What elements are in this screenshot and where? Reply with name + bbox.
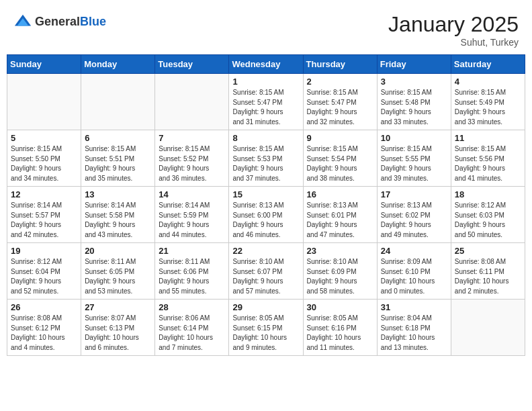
day-number: 17 xyxy=(381,189,447,199)
calendar-cell: 6Sunrise: 8:15 AM Sunset: 5:51 PM Daylig… xyxy=(81,130,155,187)
day-info: Sunrise: 8:13 AM Sunset: 6:02 PM Dayligh… xyxy=(381,201,447,240)
calendar-cell: 25Sunrise: 8:08 AM Sunset: 6:11 PM Dayli… xyxy=(451,243,525,300)
calendar-cell: 28Sunrise: 8:06 AM Sunset: 6:14 PM Dayli… xyxy=(155,300,229,356)
day-info: Sunrise: 8:10 AM Sunset: 6:09 PM Dayligh… xyxy=(307,257,373,296)
weekday-header: Tuesday xyxy=(155,55,229,74)
page-header: GeneralBlue January 2025 Suhut, Turkey xyxy=(7,7,525,50)
day-info: Sunrise: 8:11 AM Sunset: 6:06 PM Dayligh… xyxy=(159,257,225,296)
calendar-cell: 9Sunrise: 8:15 AM Sunset: 5:54 PM Daylig… xyxy=(303,130,377,187)
calendar-cell: 15Sunrise: 8:13 AM Sunset: 6:00 PM Dayli… xyxy=(229,187,303,243)
calendar-cell: 5Sunrise: 8:15 AM Sunset: 5:50 PM Daylig… xyxy=(7,130,81,187)
day-info: Sunrise: 8:12 AM Sunset: 6:03 PM Dayligh… xyxy=(455,201,521,240)
calendar-cell: 11Sunrise: 8:15 AM Sunset: 5:56 PM Dayli… xyxy=(451,130,525,187)
day-number: 16 xyxy=(307,189,373,199)
day-info: Sunrise: 8:06 AM Sunset: 6:14 PM Dayligh… xyxy=(159,314,225,353)
day-number: 2 xyxy=(307,77,373,87)
day-info: Sunrise: 8:15 AM Sunset: 5:54 PM Dayligh… xyxy=(307,144,373,183)
calendar-week-row: 12Sunrise: 8:14 AM Sunset: 5:57 PM Dayli… xyxy=(7,187,525,243)
day-number: 6 xyxy=(85,133,151,143)
weekday-header: Friday xyxy=(377,55,451,74)
weekday-header: Sunday xyxy=(7,55,81,74)
weekday-header: Saturday xyxy=(451,55,525,74)
day-number: 24 xyxy=(381,246,447,256)
day-number: 23 xyxy=(307,246,373,256)
day-info: Sunrise: 8:10 AM Sunset: 6:07 PM Dayligh… xyxy=(232,257,299,296)
day-info: Sunrise: 8:15 AM Sunset: 5:55 PM Dayligh… xyxy=(381,144,447,183)
calendar-cell: 8Sunrise: 8:15 AM Sunset: 5:53 PM Daylig… xyxy=(229,130,303,187)
day-info: Sunrise: 8:13 AM Sunset: 6:00 PM Dayligh… xyxy=(232,201,299,240)
calendar-cell: 26Sunrise: 8:08 AM Sunset: 6:12 PM Dayli… xyxy=(7,300,81,356)
calendar-cell: 4Sunrise: 8:15 AM Sunset: 5:49 PM Daylig… xyxy=(451,74,525,130)
calendar-week-row: 19Sunrise: 8:12 AM Sunset: 6:04 PM Dayli… xyxy=(7,243,525,300)
calendar-cell: 18Sunrise: 8:12 AM Sunset: 6:03 PM Dayli… xyxy=(451,187,525,243)
day-number: 20 xyxy=(85,246,151,256)
calendar-cell: 3Sunrise: 8:15 AM Sunset: 5:48 PM Daylig… xyxy=(377,74,451,130)
day-info: Sunrise: 8:12 AM Sunset: 6:04 PM Dayligh… xyxy=(11,257,77,296)
logo: GeneralBlue xyxy=(13,12,106,31)
calendar-table: SundayMondayTuesdayWednesdayThursdayFrid… xyxy=(7,54,525,356)
day-info: Sunrise: 8:15 AM Sunset: 5:52 PM Dayligh… xyxy=(159,144,225,183)
day-number: 5 xyxy=(11,133,77,143)
calendar-cell xyxy=(451,300,525,356)
day-number: 14 xyxy=(159,189,225,199)
day-number: 4 xyxy=(455,77,521,87)
calendar-cell: 30Sunrise: 8:05 AM Sunset: 6:16 PM Dayli… xyxy=(303,300,377,356)
day-number: 29 xyxy=(232,302,299,312)
logo-icon xyxy=(13,12,32,31)
calendar-cell: 24Sunrise: 8:09 AM Sunset: 6:10 PM Dayli… xyxy=(377,243,451,300)
day-number: 21 xyxy=(159,246,225,256)
day-number: 12 xyxy=(11,189,77,199)
day-number: 22 xyxy=(232,246,299,256)
calendar-cell: 20Sunrise: 8:11 AM Sunset: 6:05 PM Dayli… xyxy=(81,243,155,300)
day-info: Sunrise: 8:14 AM Sunset: 5:57 PM Dayligh… xyxy=(11,201,77,240)
logo-text: GeneralBlue xyxy=(35,15,106,29)
day-number: 26 xyxy=(11,302,77,312)
calendar-cell: 17Sunrise: 8:13 AM Sunset: 6:02 PM Dayli… xyxy=(377,187,451,243)
calendar-cell: 10Sunrise: 8:15 AM Sunset: 5:55 PM Dayli… xyxy=(377,130,451,187)
calendar-cell xyxy=(7,74,81,130)
day-number: 1 xyxy=(232,77,299,87)
day-number: 13 xyxy=(85,189,151,199)
calendar-cell: 23Sunrise: 8:10 AM Sunset: 6:09 PM Dayli… xyxy=(303,243,377,300)
calendar-cell: 14Sunrise: 8:14 AM Sunset: 5:59 PM Dayli… xyxy=(155,187,229,243)
calendar-cell xyxy=(81,74,155,130)
day-number: 3 xyxy=(381,77,447,87)
location: Suhut, Turkey xyxy=(388,37,519,48)
day-number: 11 xyxy=(455,133,521,143)
day-info: Sunrise: 8:15 AM Sunset: 5:47 PM Dayligh… xyxy=(232,88,299,127)
day-info: Sunrise: 8:04 AM Sunset: 6:18 PM Dayligh… xyxy=(381,314,447,353)
day-info: Sunrise: 8:08 AM Sunset: 6:12 PM Dayligh… xyxy=(11,314,77,353)
day-info: Sunrise: 8:14 AM Sunset: 5:59 PM Dayligh… xyxy=(159,201,225,240)
day-number: 25 xyxy=(455,246,521,256)
weekday-header: Wednesday xyxy=(229,55,303,74)
day-info: Sunrise: 8:15 AM Sunset: 5:47 PM Dayligh… xyxy=(307,88,373,127)
day-info: Sunrise: 8:08 AM Sunset: 6:11 PM Dayligh… xyxy=(455,257,521,296)
day-number: 28 xyxy=(159,302,225,312)
calendar-week-row: 26Sunrise: 8:08 AM Sunset: 6:12 PM Dayli… xyxy=(7,300,525,356)
day-info: Sunrise: 8:15 AM Sunset: 5:48 PM Dayligh… xyxy=(381,88,447,127)
weekday-header: Thursday xyxy=(303,55,377,74)
weekday-header: Monday xyxy=(81,55,155,74)
calendar-week-row: 5Sunrise: 8:15 AM Sunset: 5:50 PM Daylig… xyxy=(7,130,525,187)
calendar-cell: 19Sunrise: 8:12 AM Sunset: 6:04 PM Dayli… xyxy=(7,243,81,300)
logo-blue: Blue xyxy=(80,15,106,28)
day-info: Sunrise: 8:09 AM Sunset: 6:10 PM Dayligh… xyxy=(381,257,447,296)
day-info: Sunrise: 8:13 AM Sunset: 6:01 PM Dayligh… xyxy=(307,201,373,240)
calendar-cell: 16Sunrise: 8:13 AM Sunset: 6:01 PM Dayli… xyxy=(303,187,377,243)
calendar-cell: 12Sunrise: 8:14 AM Sunset: 5:57 PM Dayli… xyxy=(7,187,81,243)
day-number: 15 xyxy=(232,189,299,199)
calendar-cell: 29Sunrise: 8:05 AM Sunset: 6:15 PM Dayli… xyxy=(229,300,303,356)
calendar-week-row: 1Sunrise: 8:15 AM Sunset: 5:47 PM Daylig… xyxy=(7,74,525,130)
day-number: 30 xyxy=(307,302,373,312)
day-info: Sunrise: 8:15 AM Sunset: 5:49 PM Dayligh… xyxy=(455,88,521,127)
day-info: Sunrise: 8:15 AM Sunset: 5:53 PM Dayligh… xyxy=(232,144,299,183)
day-info: Sunrise: 8:07 AM Sunset: 6:13 PM Dayligh… xyxy=(85,314,151,353)
day-number: 8 xyxy=(232,133,299,143)
day-info: Sunrise: 8:05 AM Sunset: 6:16 PM Dayligh… xyxy=(307,314,373,353)
day-info: Sunrise: 8:05 AM Sunset: 6:15 PM Dayligh… xyxy=(232,314,299,353)
calendar-cell: 31Sunrise: 8:04 AM Sunset: 6:18 PM Dayli… xyxy=(377,300,451,356)
day-info: Sunrise: 8:15 AM Sunset: 5:51 PM Dayligh… xyxy=(85,144,151,183)
calendar-cell: 2Sunrise: 8:15 AM Sunset: 5:47 PM Daylig… xyxy=(303,74,377,130)
calendar-cell: 13Sunrise: 8:14 AM Sunset: 5:58 PM Dayli… xyxy=(81,187,155,243)
day-number: 10 xyxy=(381,133,447,143)
